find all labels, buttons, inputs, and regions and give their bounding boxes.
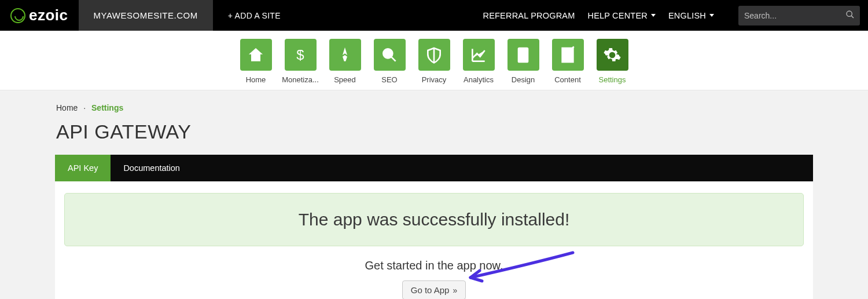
brand-logo-mark <box>10 8 25 23</box>
page-title: API GATEWAY <box>56 121 813 143</box>
rocket-icon <box>329 39 361 71</box>
breadcrumb-separator: · <box>83 103 86 112</box>
shield-icon <box>418 39 450 71</box>
add-site-label: + ADD A SITE <box>228 11 281 20</box>
nav-privacy[interactable]: Privacy <box>415 39 453 84</box>
nav-home[interactable]: Home <box>237 39 275 84</box>
tab-api-key[interactable]: API Key <box>55 155 111 181</box>
page-content: Home · Settings API GATEWAY API Key Docu… <box>55 90 813 299</box>
top-bar: ezoic MYAWESOMESITE.COM + ADD A SITE REF… <box>0 0 868 31</box>
tabs: API Key Documentation <box>55 155 813 181</box>
gear-icon <box>597 39 628 71</box>
breadcrumb: Home · Settings <box>55 103 813 112</box>
search-icon[interactable] <box>845 10 855 21</box>
helper-text: Get started in the app now. <box>64 259 804 272</box>
nav-language-label: ENGLISH <box>668 11 706 20</box>
helper-text-label: Get started in the app now. <box>365 259 503 272</box>
nav-referral-program[interactable]: REFERRAL PROGRAM <box>483 11 575 20</box>
device-icon <box>507 39 539 71</box>
nav-settings-label: Settings <box>594 75 631 84</box>
site-switcher-label: MYAWESOMESITE.COM <box>94 10 198 20</box>
nav-help-label: HELP CENTER <box>587 11 647 20</box>
chevron-down-icon <box>709 14 714 17</box>
svg-line-1 <box>851 16 854 18</box>
nav-seo-label: SEO <box>371 75 409 84</box>
nav-content[interactable]: Content <box>549 39 587 84</box>
search-input[interactable] <box>744 11 845 20</box>
brand-logo-text: ezoic <box>29 6 68 24</box>
spacer <box>296 0 483 31</box>
tab-documentation[interactable]: Documentation <box>111 155 193 181</box>
nav-help-center[interactable]: HELP CENTER <box>587 11 655 20</box>
success-alert: The app was successfully installed! <box>64 193 804 246</box>
nav-design[interactable]: Design <box>505 39 542 84</box>
search-box[interactable] <box>738 6 860 25</box>
chart-icon <box>463 39 495 71</box>
nav-speed[interactable]: Speed <box>326 39 364 84</box>
breadcrumb-home[interactable]: Home <box>56 103 78 112</box>
go-to-app-button[interactable]: Go to App » <box>402 280 466 299</box>
site-switcher-tab[interactable]: MYAWESOMESITE.COM <box>79 0 213 31</box>
chevron-right-icon: » <box>453 286 457 295</box>
nav-analytics[interactable]: Analytics <box>460 39 498 84</box>
nav-speed-label: Speed <box>326 75 364 84</box>
nav-settings[interactable]: Settings <box>594 39 631 84</box>
nav-analytics-label: Analytics <box>460 75 498 84</box>
nav-seo[interactable]: SEO <box>371 39 409 84</box>
top-nav: REFERRAL PROGRAM HELP CENTER ENGLISH <box>483 0 860 31</box>
document-icon <box>552 39 584 71</box>
nav-home-label: Home <box>237 75 275 84</box>
cta-row: Go to App » <box>64 280 804 299</box>
nav-language[interactable]: ENGLISH <box>668 11 714 20</box>
svg-point-3 <box>383 49 392 58</box>
svg-text:$: $ <box>296 47 304 63</box>
magnifier-icon <box>374 39 406 71</box>
add-site-button[interactable]: + ADD A SITE <box>213 0 296 31</box>
nav-content-label: Content <box>549 75 587 84</box>
dollar-icon: $ <box>285 39 317 71</box>
tab-documentation-label: Documentation <box>123 163 180 173</box>
success-alert-text: The app was successfully installed! <box>299 210 570 229</box>
brand-logo[interactable]: ezoic <box>0 0 79 31</box>
go-to-app-label: Go to App <box>411 285 450 295</box>
svg-line-4 <box>391 57 395 61</box>
nav-monetization[interactable]: $ Monetiza... <box>282 39 319 84</box>
tab-api-key-label: API Key <box>68 163 98 173</box>
main-nav: Home $ Monetiza... Speed SEO Privacy Ana… <box>0 31 868 90</box>
home-icon <box>240 39 272 71</box>
breadcrumb-current: Settings <box>91 103 123 112</box>
chevron-down-icon <box>651 14 656 17</box>
panel: The app was successfully installed! Get … <box>55 181 813 299</box>
nav-privacy-label: Privacy <box>415 75 453 84</box>
svg-point-0 <box>847 11 852 16</box>
nav-referral-label: REFERRAL PROGRAM <box>483 11 575 20</box>
nav-monetization-label: Monetiza... <box>282 75 319 84</box>
nav-design-label: Design <box>505 75 542 84</box>
